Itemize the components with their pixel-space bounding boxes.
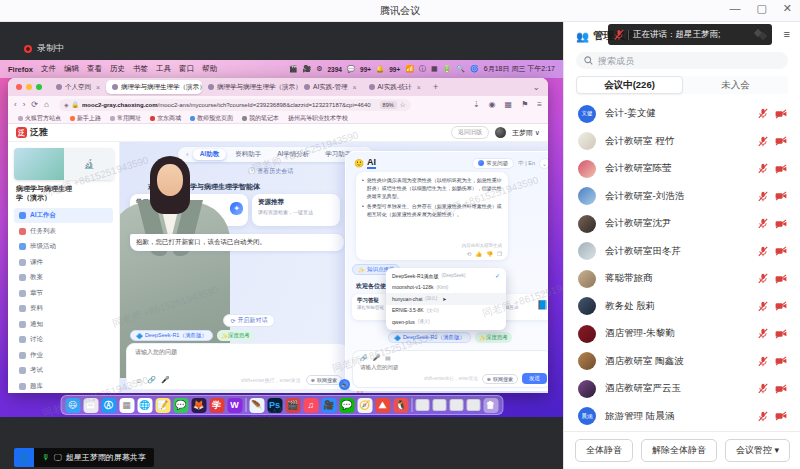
sidebar-item-班级活动[interactable]: 班级活动 <box>14 239 113 255</box>
bookmark-item[interactable]: 扬州高等职业技术学校 <box>288 114 348 123</box>
mic-off-icon[interactable] <box>758 273 768 284</box>
tab-close-icon[interactable]: × <box>417 84 421 91</box>
chat-badge[interactable]: 99+ <box>360 66 371 73</box>
camera-off-icon[interactable] <box>775 191 787 201</box>
language-toggle[interactable]: 中 | En <box>518 160 535 167</box>
camera-off-icon[interactable] <box>775 136 787 146</box>
sidebar-item-通知[interactable]: 通知 <box>14 316 113 332</box>
menubar-menu-item[interactable]: 工具 <box>156 64 171 74</box>
member-row[interactable]: 会计教研室陈莹 <box>564 155 800 183</box>
ai-richtext-icon[interactable]: ▤ <box>385 354 391 361</box>
bookmark-item[interactable]: 我的笔记本 <box>242 114 279 123</box>
member-row[interactable]: 会计教研室沈尹 <box>564 210 800 238</box>
question-input[interactable] <box>135 349 285 355</box>
mic-off-icon[interactable] <box>758 356 768 367</box>
maximize-icon[interactable]: ▢ <box>756 2 766 15</box>
window-preview[interactable] <box>432 399 446 411</box>
dock-feishu-icon[interactable]: 🪶 <box>249 398 264 413</box>
bell-icon[interactable]: 🔔 <box>376 65 384 73</box>
member-row[interactable]: 会计教研室 程竹 <box>564 128 800 156</box>
menubar-menu-item[interactable]: 书签 <box>133 64 148 74</box>
home-icon[interactable]: ⌂ <box>44 100 49 109</box>
browser-tab[interactable]: AI实践-管理× <box>298 80 362 94</box>
model-option[interactable]: ERNIE-3.5-8K(文心) <box>386 305 506 317</box>
ai-mic-icon[interactable]: 🎤 <box>373 354 381 361</box>
member-row[interactable]: 酒店教研室 陶鑫波 <box>564 348 800 376</box>
tab-会议中(226)[interactable]: 会议中(226) <box>576 76 683 94</box>
back-icon[interactable]: ‹ <box>14 100 17 109</box>
browser-tab[interactable]: 病理学与病理生理学（演示）× <box>202 80 298 94</box>
menubar-menu-item[interactable]: 文件 <box>41 64 56 74</box>
dock-finder-icon[interactable]: 😃 <box>65 398 80 413</box>
member-row[interactable]: 教务处 殷莉 <box>564 293 800 321</box>
menubar-status-icon[interactable]: 🎥 <box>302 65 311 73</box>
sidebar-item-教案[interactable]: 教案 <box>14 270 113 286</box>
traffic-close-icon[interactable] <box>16 84 22 90</box>
ai-attachment-icon[interactable]: 🔗 <box>360 354 368 361</box>
speaker-icon[interactable]: 🔊 <box>339 379 350 390</box>
course-card[interactable]: 🔬 <box>14 148 114 180</box>
dock-wps-icon[interactable]: W <box>227 398 242 413</box>
user-avatar[interactable] <box>495 127 506 138</box>
faq-pill[interactable]: 常见问题 <box>472 158 514 169</box>
card-resource[interactable]: 资源推荐 课程资源检索，一键直达 <box>252 194 340 226</box>
like-icon[interactable]: 👍 <box>475 251 482 257</box>
menubar-tray-icon[interactable]: ⓘ <box>419 64 426 74</box>
mute-all-button[interactable]: 全体静音 <box>575 439 633 462</box>
camera-off-icon[interactable] <box>775 109 787 119</box>
menubar-tray-icon[interactable]: 🔍 <box>456 65 465 73</box>
emoji-icon[interactable]: ☺ <box>135 377 142 384</box>
reload-icon[interactable]: ⟳ <box>31 100 38 109</box>
sidebar-item-AI工作台[interactable]: AI工作台 <box>14 208 113 224</box>
mic-icon[interactable]: 🎤 <box>161 376 170 384</box>
menubar-menu-item[interactable]: 编辑 <box>64 64 79 74</box>
new-conversation-button[interactable]: ⟳ 开启新对话 <box>223 314 275 327</box>
bell-badge[interactable]: 99+ <box>389 66 400 73</box>
model-option[interactable]: moonshot-v1-128k(Kimi) <box>386 282 506 294</box>
menubar-tray-icon[interactable]: 🌀 <box>470 65 479 73</box>
dock-tencent-meeting-icon[interactable]: 🎥 <box>321 398 336 413</box>
bookmark-item[interactable]: 常用网址 <box>110 114 141 123</box>
dock-firefox-icon[interactable]: 🦊 <box>191 398 206 413</box>
model-selector-pill[interactable]: 🔷 DeepSeek-R1（满血版） <box>130 330 213 341</box>
menubar-menu-item[interactable]: 查看 <box>87 64 102 74</box>
url-bar[interactable]: ◈ 🔒 mooc2-gray.chaoxing.com/mooc2-ans/my… <box>59 99 411 111</box>
collapse-icon[interactable]: ⌄ <box>539 158 548 169</box>
mic-off-icon[interactable] <box>758 218 768 229</box>
sidebar-item-任务列表[interactable]: 任务列表 <box>14 223 113 239</box>
window-preview[interactable] <box>449 399 463 411</box>
menubar-tray-icon[interactable]: 🔋 <box>443 65 452 73</box>
unmute-all-button[interactable]: 解除全体静音 <box>641 439 717 462</box>
menubar-datetime[interactable]: 6月18日 周三 下午2:17 <box>484 64 555 74</box>
tab-list-chevron-icon[interactable]: ⌄ <box>532 82 540 92</box>
dock-xuexitong-icon[interactable]: 学 <box>209 398 224 413</box>
downloads-icon[interactable]: ⇣ <box>473 100 480 109</box>
close-icon[interactable]: ✕ <box>783 2 792 15</box>
mic-off-icon[interactable] <box>758 108 768 119</box>
menubar-status-icon[interactable]: ⚙ <box>316 65 322 73</box>
mic-off-icon[interactable] <box>758 328 768 339</box>
tab-close-icon[interactable]: × <box>96 84 100 91</box>
member-search[interactable] <box>576 52 788 69</box>
dock-files-icon[interactable]: 🗂 <box>83 398 98 413</box>
ai-deep-think-badge[interactable]: ✨深度思考 <box>475 332 512 343</box>
dock-music-icon[interactable]: ♫ <box>303 398 318 413</box>
brand-name[interactable]: 泛雅 <box>30 126 48 139</box>
shield-icon[interactable]: ◈ <box>64 101 69 108</box>
ai-model-selector-pill[interactable]: 🔷 DeepSeek-R1（满血版） <box>388 332 471 343</box>
dock-messages-icon[interactable]: 💬 <box>173 398 188 413</box>
menubar-tray-icon[interactable]: ▦ <box>431 65 438 73</box>
window-preview[interactable] <box>466 399 480 411</box>
traffic-zoom-icon[interactable] <box>36 84 42 90</box>
attachment-icon[interactable]: 🔗 <box>147 376 156 384</box>
extensions-icon[interactable]: ▦ <box>505 100 513 109</box>
sidebar-item-讨论[interactable]: 讨论 <box>14 332 113 348</box>
mic-off-icon[interactable] <box>758 163 768 174</box>
history-link[interactable]: 🕐 查看历史会话 <box>248 167 293 176</box>
tab-AI学情分析[interactable]: AI学情分析 <box>270 149 316 160</box>
sidebar-item-作业[interactable]: 作业 <box>14 347 113 363</box>
bookmark-item[interactable]: 教师预览页面 <box>190 114 233 123</box>
sidebar-item-题库[interactable]: 题库 <box>14 378 113 393</box>
ai-question-input[interactable] <box>360 364 480 370</box>
camera-off-icon[interactable] <box>775 274 787 284</box>
